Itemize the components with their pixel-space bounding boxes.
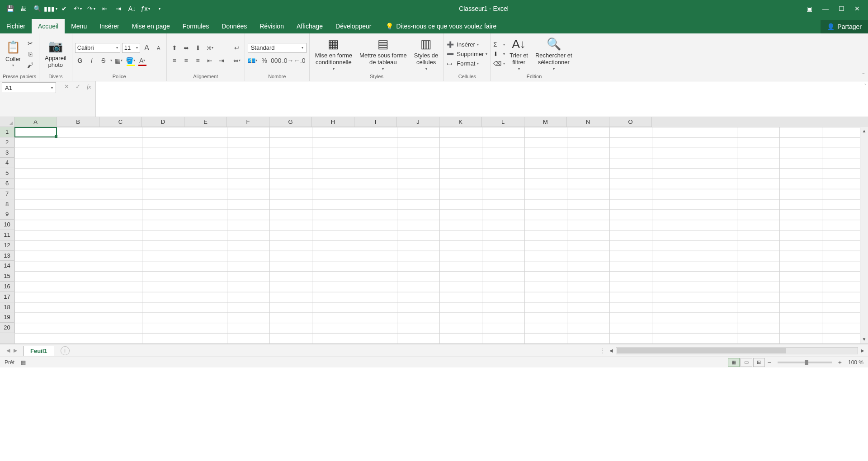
decrease-indent-icon[interactable]: ⇤ [205,56,215,66]
active-cell[interactable] [14,127,57,137]
ribbon-display-options-icon[interactable]: ▣ [807,5,812,12]
number-format-combo[interactable]: Standard▾ [248,43,307,53]
tab-developpeur[interactable]: Développeur [329,19,377,33]
accounting-format-icon[interactable]: 💶▾ [248,56,258,66]
function-icon[interactable]: ƒx▾ [141,4,150,13]
sheet-nav-prev-icon[interactable]: ◀ [6,348,10,353]
row-header-2[interactable]: 2 [0,137,14,148]
row-header-1[interactable]: 1 [0,127,14,137]
row-header-4[interactable]: 4 [0,158,14,168]
insert-function-icon[interactable]: fx [87,83,91,90]
cancel-formula-icon[interactable]: ✕ [64,83,69,90]
zoom-out-button[interactable]: − [766,359,773,366]
column-header-E[interactable]: E [184,117,227,127]
column-header-D[interactable]: D [142,117,184,127]
row-header-17[interactable]: 17 [0,292,14,302]
tab-formules[interactable]: Formules [176,19,215,33]
zoom-level[interactable]: 100 % [848,359,863,366]
macro-record-icon[interactable]: ▦ [21,359,26,366]
row-header-15[interactable]: 15 [0,271,14,282]
enter-formula-icon[interactable]: ✓ [75,83,80,90]
column-header-F[interactable]: F [227,117,269,127]
tab-fichier[interactable]: Fichier [0,19,32,33]
clear-button[interactable]: ⌫▾ [493,59,505,68]
horizontal-scrollbar[interactable] [616,347,858,354]
row-header-7[interactable]: 7 [0,189,14,199]
format-as-table-button[interactable]: ▤ Mettre sous forme de tableau▾ [357,36,410,72]
fill-color-icon[interactable]: 🪣▾ [126,56,136,66]
merge-center-icon[interactable]: ⇔▾ [232,56,242,66]
font-size-combo[interactable]: 11▾ [122,43,140,53]
row-header-8[interactable]: 8 [0,199,14,210]
indent-icon[interactable]: ⇥ [114,4,123,13]
vertical-scrollbar[interactable]: ▲ ▼ [860,127,868,343]
close-icon[interactable]: ✕ [854,5,860,12]
tab-mise-en-page[interactable]: Mise en page [126,19,176,33]
scroll-down-icon[interactable]: ▼ [862,335,867,343]
copy-icon[interactable]: ⎘ [25,49,35,59]
column-header-M[interactable]: M [524,117,567,127]
sheet-tab-feuil1[interactable]: Feuil1 [24,346,54,356]
column-header-K[interactable]: K [439,117,482,127]
scroll-up-icon[interactable]: ▲ [862,127,867,135]
tab-revision[interactable]: Révision [253,19,290,33]
tab-accueil[interactable]: Accueil [32,19,65,33]
font-color-icon[interactable]: A▾ [137,56,147,66]
row-header-19[interactable]: 19 [0,312,14,323]
undo-icon[interactable]: ↶▾ [73,4,82,13]
column-header-O[interactable]: O [609,117,652,127]
italic-button[interactable]: I [87,56,97,66]
column-header-B[interactable]: B [57,117,99,127]
orientation-icon[interactable]: ⤭▾ [205,43,215,53]
align-right-icon[interactable]: ≡ [193,56,203,66]
fill-button[interactable]: ⬇▾ [493,50,505,58]
row-header-11[interactable]: 11 [0,230,14,240]
row-header-13[interactable]: 13 [0,251,14,261]
grow-font-icon[interactable]: A [142,43,152,53]
bold-button[interactable]: G [75,56,85,66]
save-icon[interactable]: 💾 [5,4,14,13]
percent-format-icon[interactable]: % [259,56,269,66]
tell-me-search[interactable]: 💡 Dites-nous ce que vous voulez faire [386,23,496,33]
row-header-3[interactable]: 3 [0,148,14,158]
column-header-G[interactable]: G [269,117,312,127]
autosum-button[interactable]: Σ▾ [493,40,505,49]
comma-format-icon[interactable]: 000 [271,56,281,66]
scroll-right-icon[interactable]: ▶ [859,348,866,353]
insert-cells-button[interactable]: ➕Insérer ▾ [447,40,487,49]
cells-area[interactable] [14,127,860,343]
delete-cells-button[interactable]: ➖Supprimer ▾ [447,50,487,58]
row-header-20[interactable]: 20 [0,323,14,333]
redo-icon[interactable]: ↷▾ [87,4,96,13]
column-header-H[interactable]: H [312,117,354,127]
printpreview-icon[interactable]: 🔍 [33,4,42,13]
row-header-10[interactable]: 10 [0,220,14,230]
find-select-button[interactable]: 🔍 Rechercher et sélectionner▾ [533,36,575,72]
maximize-icon[interactable]: ☐ [839,5,844,12]
cut-icon[interactable]: ✂ [25,38,35,48]
decrease-decimal-icon[interactable]: ←.0 [295,56,305,66]
increase-indent-icon[interactable]: ⇥ [217,56,226,66]
align-top-icon[interactable]: ⬆ [170,43,179,53]
align-center-icon[interactable]: ≡ [181,56,191,66]
row-header-5[interactable]: 5 [0,168,14,179]
column-header-J[interactable]: J [397,117,439,127]
formula-bar-expand-icon[interactable]: ˇ [864,83,866,89]
font-name-combo[interactable]: Calibri▾ [75,43,120,53]
tab-scroll-split[interactable]: ⋮ [597,348,608,354]
align-left-icon[interactable]: ≡ [170,56,179,66]
camera-button[interactable]: 📷 Appareil photo [42,38,69,69]
formula-input[interactable]: ˇ [95,81,868,117]
column-header-L[interactable]: L [482,117,524,127]
row-header-18[interactable]: 18 [0,302,14,313]
sheet-nav-next-icon[interactable]: ▶ [14,348,17,353]
shrink-font-icon[interactable]: A [154,43,164,53]
tab-donnees[interactable]: Données [215,19,253,33]
underline-dropdown[interactable]: ▾ [110,58,112,62]
zoom-in-button[interactable]: + [836,359,844,366]
borders-icon[interactable]: ▦▾ [114,56,124,66]
increase-decimal-icon[interactable]: .0→ [283,56,293,66]
row-header-16[interactable]: 16 [0,282,14,292]
align-middle-icon[interactable]: ⬌ [181,43,191,53]
format-painter-icon[interactable]: 🖌 [25,60,35,70]
